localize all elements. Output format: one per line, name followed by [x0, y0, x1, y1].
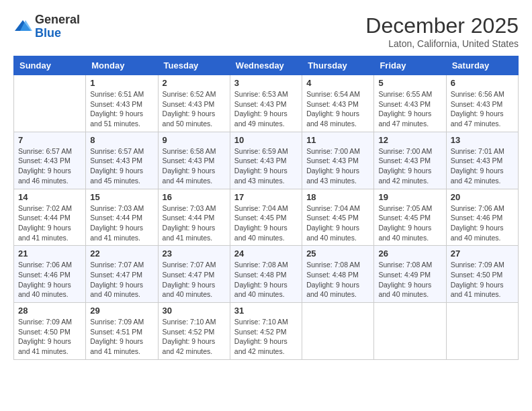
day-detail: Sunrise: 7:07 AMSunset: 4:47 PMDaylight:… — [163, 260, 226, 300]
day-number: 21 — [18, 248, 81, 259]
day-number: 19 — [378, 192, 441, 202]
day-detail: Sunrise: 6:59 AMSunset: 4:43 PMDaylight:… — [234, 146, 298, 186]
day-number: 23 — [163, 248, 226, 259]
table-row: 29 Sunrise: 7:09 AMSunset: 4:51 PMDaylig… — [86, 303, 158, 360]
table-row — [302, 303, 374, 360]
day-number: 2 — [163, 78, 226, 88]
day-number: 9 — [163, 135, 226, 145]
day-detail: Sunrise: 7:06 AMSunset: 4:46 PMDaylight:… — [451, 203, 514, 243]
day-detail: Sunrise: 7:08 AMSunset: 4:48 PMDaylight:… — [234, 260, 298, 300]
table-row: 15 Sunrise: 7:03 AMSunset: 4:44 PMDaylig… — [86, 189, 158, 246]
table-row: 25 Sunrise: 7:08 AMSunset: 4:48 PMDaylig… — [302, 246, 374, 303]
logo: General Blue — [13, 13, 80, 40]
day-number: 8 — [90, 135, 153, 145]
month-title: December 2025 — [365, 13, 519, 38]
table-row: 19 Sunrise: 7:05 AMSunset: 4:45 PMDaylig… — [374, 189, 446, 246]
day-number: 6 — [451, 78, 514, 88]
table-row: 2 Sunrise: 6:52 AMSunset: 4:43 PMDayligh… — [158, 75, 230, 132]
table-row — [14, 75, 86, 132]
day-number: 15 — [90, 192, 153, 202]
day-number: 18 — [306, 192, 369, 202]
day-number: 26 — [378, 248, 441, 259]
day-detail: Sunrise: 6:55 AMSunset: 4:43 PMDaylight:… — [378, 89, 441, 129]
table-row: 22 Sunrise: 7:07 AMSunset: 4:47 PMDaylig… — [86, 246, 158, 303]
table-row: 13 Sunrise: 7:01 AMSunset: 4:43 PMDaylig… — [446, 132, 518, 189]
day-detail: Sunrise: 7:10 AMSunset: 4:52 PMDaylight:… — [234, 317, 298, 357]
logo-blue: Blue — [35, 26, 61, 40]
day-detail: Sunrise: 7:10 AMSunset: 4:52 PMDaylight:… — [163, 317, 226, 357]
day-number: 29 — [90, 306, 153, 316]
day-number: 13 — [451, 135, 514, 145]
day-detail: Sunrise: 7:03 AMSunset: 4:44 PMDaylight:… — [163, 203, 226, 243]
logo-general: General — [35, 13, 80, 26]
day-detail: Sunrise: 7:05 AMSunset: 4:45 PMDaylight:… — [378, 203, 441, 243]
day-number: 30 — [163, 306, 226, 316]
title-block: December 2025 Laton, California, United … — [365, 13, 519, 49]
col-monday: Monday — [86, 56, 158, 75]
calendar-table: Sunday Monday Tuesday Wednesday Thursday… — [13, 56, 519, 360]
table-row: 6 Sunrise: 6:56 AMSunset: 4:43 PMDayligh… — [446, 75, 518, 132]
table-row: 7 Sunrise: 6:57 AMSunset: 4:43 PMDayligh… — [14, 132, 86, 189]
table-row: 24 Sunrise: 7:08 AMSunset: 4:48 PMDaylig… — [230, 246, 302, 303]
week-row-4: 21 Sunrise: 7:06 AMSunset: 4:46 PMDaylig… — [14, 246, 519, 303]
calendar-header-row: Sunday Monday Tuesday Wednesday Thursday… — [14, 56, 519, 75]
table-row: 21 Sunrise: 7:06 AMSunset: 4:46 PMDaylig… — [14, 246, 86, 303]
week-row-2: 7 Sunrise: 6:57 AMSunset: 4:43 PMDayligh… — [14, 132, 519, 189]
day-number: 31 — [234, 306, 298, 316]
day-detail: Sunrise: 6:58 AMSunset: 4:43 PMDaylight:… — [163, 146, 226, 186]
day-detail: Sunrise: 7:00 AMSunset: 4:43 PMDaylight:… — [306, 146, 369, 186]
day-number: 25 — [306, 248, 369, 259]
day-number: 14 — [18, 192, 81, 202]
day-number: 16 — [163, 192, 226, 202]
table-row: 12 Sunrise: 7:00 AMSunset: 4:43 PMDaylig… — [374, 132, 446, 189]
day-detail: Sunrise: 6:54 AMSunset: 4:43 PMDaylight:… — [306, 89, 369, 129]
table-row: 10 Sunrise: 6:59 AMSunset: 4:43 PMDaylig… — [230, 132, 302, 189]
day-detail: Sunrise: 7:09 AMSunset: 4:50 PMDaylight:… — [451, 260, 514, 300]
page-header: General Blue December 2025 Laton, Califo… — [13, 13, 519, 49]
table-row: 26 Sunrise: 7:08 AMSunset: 4:49 PMDaylig… — [374, 246, 446, 303]
day-number: 11 — [306, 135, 369, 145]
day-detail: Sunrise: 7:09 AMSunset: 4:51 PMDaylight:… — [90, 317, 153, 357]
day-detail: Sunrise: 7:02 AMSunset: 4:44 PMDaylight:… — [18, 203, 81, 243]
table-row: 23 Sunrise: 7:07 AMSunset: 4:47 PMDaylig… — [158, 246, 230, 303]
day-number: 28 — [18, 306, 81, 316]
day-number: 5 — [378, 78, 441, 88]
day-number: 17 — [234, 192, 298, 202]
logo-icon — [13, 17, 32, 36]
table-row: 11 Sunrise: 7:00 AMSunset: 4:43 PMDaylig… — [302, 132, 374, 189]
table-row: 1 Sunrise: 6:51 AMSunset: 4:43 PMDayligh… — [86, 75, 158, 132]
day-number: 4 — [306, 78, 369, 88]
table-row: 27 Sunrise: 7:09 AMSunset: 4:50 PMDaylig… — [446, 246, 518, 303]
table-row: 4 Sunrise: 6:54 AMSunset: 4:43 PMDayligh… — [302, 75, 374, 132]
day-number: 20 — [451, 192, 514, 202]
day-detail: Sunrise: 7:09 AMSunset: 4:50 PMDaylight:… — [18, 317, 81, 357]
day-number: 22 — [90, 248, 153, 259]
col-wednesday: Wednesday — [230, 56, 302, 75]
logo-text: General Blue — [35, 13, 80, 40]
table-row: 17 Sunrise: 7:04 AMSunset: 4:45 PMDaylig… — [230, 189, 302, 246]
day-detail: Sunrise: 7:08 AMSunset: 4:49 PMDaylight:… — [378, 260, 441, 300]
day-detail: Sunrise: 6:52 AMSunset: 4:43 PMDaylight:… — [163, 89, 226, 129]
table-row: 3 Sunrise: 6:53 AMSunset: 4:43 PMDayligh… — [230, 75, 302, 132]
week-row-1: 1 Sunrise: 6:51 AMSunset: 4:43 PMDayligh… — [14, 75, 519, 132]
day-detail: Sunrise: 7:04 AMSunset: 4:45 PMDaylight:… — [234, 203, 298, 243]
day-detail: Sunrise: 6:53 AMSunset: 4:43 PMDaylight:… — [234, 89, 298, 129]
day-detail: Sunrise: 6:51 AMSunset: 4:43 PMDaylight:… — [90, 89, 153, 129]
table-row — [446, 303, 518, 360]
day-detail: Sunrise: 6:56 AMSunset: 4:43 PMDaylight:… — [451, 89, 514, 129]
day-detail: Sunrise: 7:07 AMSunset: 4:47 PMDaylight:… — [90, 260, 153, 300]
day-detail: Sunrise: 7:04 AMSunset: 4:45 PMDaylight:… — [306, 203, 369, 243]
week-row-3: 14 Sunrise: 7:02 AMSunset: 4:44 PMDaylig… — [14, 189, 519, 246]
table-row — [374, 303, 446, 360]
day-detail: Sunrise: 7:00 AMSunset: 4:43 PMDaylight:… — [378, 146, 441, 186]
table-row: 20 Sunrise: 7:06 AMSunset: 4:46 PMDaylig… — [446, 189, 518, 246]
day-number: 1 — [90, 78, 153, 88]
table-row: 30 Sunrise: 7:10 AMSunset: 4:52 PMDaylig… — [158, 303, 230, 360]
day-number: 7 — [18, 135, 81, 145]
table-row: 5 Sunrise: 6:55 AMSunset: 4:43 PMDayligh… — [374, 75, 446, 132]
day-detail: Sunrise: 7:03 AMSunset: 4:44 PMDaylight:… — [90, 203, 153, 243]
table-row: 14 Sunrise: 7:02 AMSunset: 4:44 PMDaylig… — [14, 189, 86, 246]
week-row-5: 28 Sunrise: 7:09 AMSunset: 4:50 PMDaylig… — [14, 303, 519, 360]
day-number: 24 — [234, 248, 298, 259]
table-row: 28 Sunrise: 7:09 AMSunset: 4:50 PMDaylig… — [14, 303, 86, 360]
